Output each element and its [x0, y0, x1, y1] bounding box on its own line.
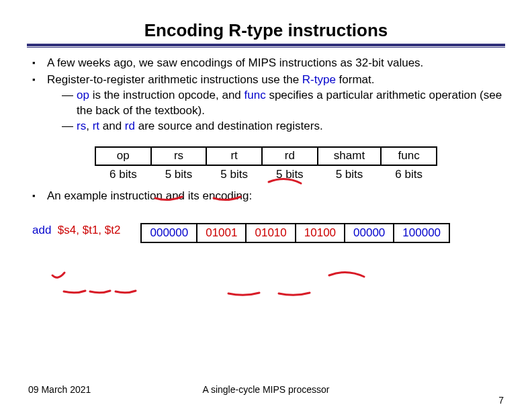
sub2-c2: and — [99, 120, 125, 132]
encoding-table: 000000 01001 01010 10100 00000 100000 — [140, 223, 450, 244]
fmt-shamt: shamt — [318, 147, 382, 165]
sub1-mid: is the instruction opcode, and — [89, 89, 245, 101]
term-rs: rs — [77, 120, 86, 132]
r-type-term: R-type — [302, 73, 336, 86]
term-rd: rd — [125, 120, 135, 132]
bullet-3: An example instruction and its encoding: — [32, 189, 505, 204]
slide-title: Encoding R-type instructions — [27, 20, 505, 41]
sub-bullet-1: op is the instruction opcode, and func s… — [62, 88, 505, 119]
asm-arg-1: $t1 — [83, 224, 99, 236]
format-table-wrap: op rs rt rd shamt func 6 bits 5 bits 5 b… — [95, 146, 437, 183]
asm-mnemonic: add — [32, 224, 51, 236]
sub-bullet-2: rs, rt and rd are source and destination… — [62, 119, 505, 134]
enc-op: 000000 — [141, 224, 197, 243]
bullet-2-pre: Register-to-register arithmetic instruct… — [47, 73, 302, 86]
asm-arg-2: $t2 — [105, 224, 121, 236]
format-fields-row: op rs rt rd shamt func — [95, 147, 437, 165]
fmt-rs: rs — [151, 147, 207, 165]
footer-page: 7 — [498, 395, 504, 406]
bullet-3-text: An example instruction and its encoding: — [47, 189, 252, 202]
term-op: op — [77, 89, 89, 101]
format-bits-row: 6 bits 5 bits 5 bits 5 bits 5 bits 6 bit… — [95, 165, 437, 183]
bullet-1-text: A few weeks ago, we saw encodings of MIP… — [47, 56, 423, 69]
term-func: func — [245, 89, 266, 101]
enc-func: 100000 — [394, 224, 449, 243]
asm-instruction: add $s4, $t1, $t2 — [32, 223, 120, 238]
bits-rd: 5 bits — [262, 165, 318, 183]
bullet-2-post: format. — [336, 73, 375, 86]
bits-rs: 5 bits — [151, 165, 207, 183]
format-table: op rs rt rd shamt func 6 bits 5 bits 5 b… — [95, 146, 437, 183]
enc-shamt: 00000 — [345, 224, 394, 243]
asm-arg-0: $s4 — [58, 224, 76, 236]
footer-date: 09 March 2021 — [28, 384, 91, 395]
sub2-c1: , — [86, 120, 92, 132]
enc-rd: 10100 — [296, 224, 345, 243]
title-rule-thin — [27, 47, 505, 48]
example-row: add $s4, $t1, $t2 000000 01001 01010 101… — [27, 223, 505, 244]
fmt-op: op — [95, 147, 151, 165]
fmt-rd: rd — [262, 147, 318, 165]
fmt-func: func — [381, 147, 437, 165]
footer: 09 March 2021 A single-cycle MIPS proces… — [0, 384, 532, 395]
term-rt: rt — [93, 120, 99, 132]
fmt-rt: rt — [206, 147, 262, 165]
bits-op: 6 bits — [95, 165, 151, 183]
bullet-1: A few weeks ago, we saw encodings of MIP… — [32, 56, 505, 71]
bits-func: 6 bits — [381, 165, 437, 183]
bullet-2: Register-to-register arithmetic instruct… — [32, 73, 505, 134]
encoding-row: 000000 01001 01010 10100 00000 100000 — [141, 224, 449, 243]
enc-rs: 01001 — [197, 224, 246, 243]
slide: Encoding R-type instructions A few weeks… — [0, 0, 532, 411]
content-area: A few weeks ago, we saw encodings of MIP… — [27, 56, 505, 243]
sub2-tail: are source and destination registers. — [135, 120, 323, 132]
enc-rt: 01010 — [246, 224, 295, 243]
title-rule-thick — [27, 44, 505, 46]
bits-rt: 5 bits — [206, 165, 262, 183]
bits-shamt: 5 bits — [318, 165, 382, 183]
